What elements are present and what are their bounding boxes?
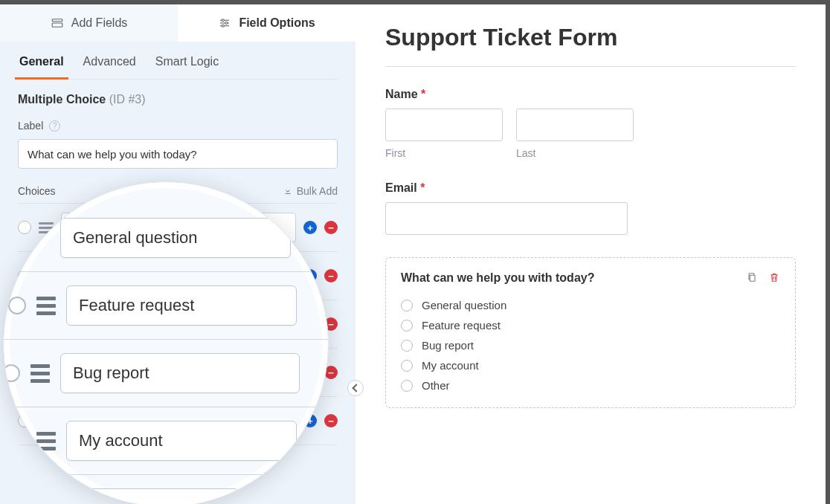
first-name-input[interactable]	[385, 109, 503, 141]
radio-icon	[401, 380, 413, 392]
tab-field-options[interactable]: Field Options	[178, 4, 356, 42]
subtab-advanced[interactable]: Advanced	[82, 55, 138, 79]
email-input[interactable]	[385, 202, 628, 235]
svg-point-7	[222, 25, 225, 27]
option-row[interactable]: Bug report	[401, 335, 780, 355]
tab-add-fields[interactable]: Add Fields	[0, 4, 178, 42]
choices-caption: Choices	[18, 185, 56, 197]
svg-rect-0	[52, 19, 62, 22]
lens-choice: Feature request	[66, 285, 297, 326]
label-caption: Label	[18, 120, 43, 132]
sub-tabs: General Advanced Smart Logic	[18, 55, 338, 80]
radio-icon	[8, 297, 26, 314]
lens-choice: Bug report	[60, 353, 300, 393]
label-input[interactable]	[18, 139, 338, 169]
question-label: What can we help you with today?	[401, 271, 594, 285]
radio-icon	[401, 300, 413, 311]
field-options-icon	[218, 16, 231, 30]
duplicate-icon[interactable]	[746, 271, 758, 283]
tab-field-options-label: Field Options	[239, 16, 315, 30]
svg-point-5	[222, 19, 225, 22]
radio-icon	[401, 320, 413, 332]
drag-handle-icon	[36, 432, 56, 450]
remove-choice-button[interactable]: −	[324, 221, 338, 234]
download-icon	[283, 187, 292, 196]
radio-icon	[401, 360, 413, 372]
subtab-smart-logic[interactable]: Smart Logic	[154, 55, 220, 79]
trash-icon[interactable]	[768, 271, 780, 283]
first-sublabel: First	[385, 147, 503, 159]
collapse-sidebar-button[interactable]	[347, 380, 364, 396]
top-tabs: Add Fields Field Options	[0, 4, 356, 42]
remove-choice-button[interactable]: −	[324, 414, 338, 427]
add-fields-icon	[51, 16, 64, 30]
preview-pane: Support Ticket Form Name * First Last Em…	[356, 4, 826, 504]
lens-choice: General question	[60, 218, 291, 258]
lens-choice: My account	[66, 421, 297, 461]
field-title: Multiple Choice (ID #3)	[18, 93, 338, 106]
last-sublabel: Last	[516, 147, 634, 159]
help-icon[interactable]: ?	[49, 120, 60, 132]
option-row[interactable]: Other	[401, 375, 780, 395]
form-title: Support Ticket Form	[385, 24, 796, 51]
subtab-general[interactable]: General	[18, 55, 65, 79]
svg-rect-1	[52, 23, 62, 27]
bulk-add-button[interactable]: Bulk Add	[283, 185, 338, 197]
choice-radio[interactable]	[18, 221, 31, 234]
option-row[interactable]: My account	[401, 355, 780, 375]
option-row[interactable]: General question	[401, 295, 780, 315]
radio-icon	[401, 340, 413, 352]
svg-point-6	[225, 22, 228, 25]
magnifier-overlay: General question Feature request Bug rep…	[3, 181, 329, 504]
email-label: Email *	[385, 181, 796, 195]
option-row[interactable]: Feature request	[401, 315, 780, 335]
tab-add-fields-label: Add Fields	[71, 16, 128, 30]
name-label: Name *	[385, 88, 796, 101]
selected-field-card[interactable]: What can we help you with today? General…	[385, 257, 796, 408]
add-choice-button[interactable]: +	[303, 221, 317, 234]
drag-handle-icon	[30, 364, 50, 383]
last-name-input[interactable]	[516, 109, 634, 141]
remove-choice-button[interactable]: −	[324, 269, 338, 282]
drag-handle-icon	[36, 297, 56, 315]
